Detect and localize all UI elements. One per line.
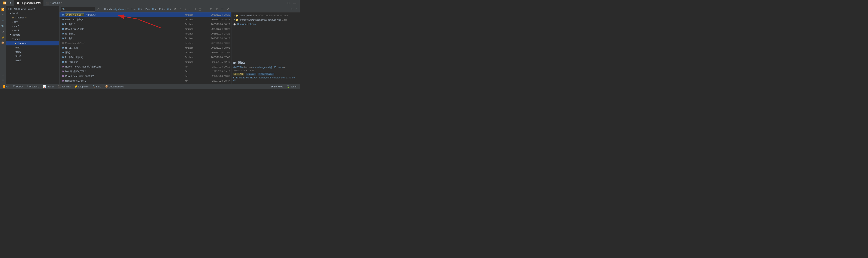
branch-tree-panel: ▼ HEAD (Current Branch) ▼ Local ★ ⑂ mast…	[6, 6, 60, 84]
remote-dev-branch[interactable]: ⑂ dev	[6, 46, 59, 50]
branch-dev-local[interactable]: ⑂ dev	[6, 20, 59, 24]
search-strip-icon[interactable]: 🔍	[0, 24, 6, 29]
commit-row[interactable]: fix: 测试2 fanzhen 2023/12/24, 18:23	[60, 22, 231, 27]
profiler-label: Profiler	[47, 85, 54, 88]
problems-bottom-btn[interactable]: ⚠ Problems	[25, 84, 41, 89]
java-file-icon: ☕	[233, 23, 236, 26]
paths-filter[interactable]: Paths: All ▾	[158, 7, 172, 11]
commit-row[interactable]: feat: 新增测试代码2 fan 2023/7/28, 19:10	[60, 69, 231, 74]
close-icon[interactable]: ×	[61, 2, 63, 4]
remote-section-label[interactable]: ▼ Remote	[6, 33, 59, 37]
commit-row[interactable]: fix: 临时代码提交 fanzhen 2023/12/24, 17:42	[60, 55, 231, 60]
expand-right-icon[interactable]: ⤢	[294, 7, 299, 11]
git-icon[interactable]: 🔀	[0, 7, 6, 12]
commit-row[interactable]: Merge branch 'dev' fanzhen 2023/12/24, 1…	[60, 41, 231, 46]
dependencies-bottom-btn[interactable]: 📦 Dependencies	[103, 84, 125, 89]
folder-icon: 📁	[236, 14, 239, 17]
user-filter[interactable]: User: All ▾	[131, 7, 144, 11]
build-icon: 🔨	[92, 85, 95, 88]
graph-dot	[62, 80, 64, 82]
branch-filter[interactable]: Branch: origin/master ▾	[103, 7, 129, 11]
commit-row[interactable]: fix: 测试1 fanzhen 2023/12/24, 18:21	[60, 31, 231, 36]
zoom-in-icon[interactable]: ⊞	[209, 7, 213, 11]
git-icon-bottom: 🔀	[3, 85, 6, 88]
settings-filter-icon[interactable]: ⚙	[96, 7, 101, 11]
commit-author: fanzhen	[185, 37, 202, 40]
commit-message: fix: 代码变更	[65, 60, 185, 64]
stash-icon[interactable]: 📦	[0, 40, 6, 46]
branch-test2-local[interactable]: ⑂ test2	[6, 24, 59, 28]
commit-row[interactable]: feat: 新增测试代码1 fan 2023/7/28, 18:47	[60, 79, 231, 83]
collapse-icon[interactable]: ⬆	[0, 72, 6, 77]
commit-row[interactable]: revert: "fix: 测试2" fanzhen 2023/12/24, 1…	[60, 17, 231, 22]
branch-icon-sm: ⑂	[14, 47, 16, 49]
graph-col	[61, 70, 65, 72]
settings-icon[interactable]: ⚙	[286, 1, 291, 5]
file-tree-service-dir[interactable]: ▼ 📁 src/test/java/cn/tedu/straw/portal/s…	[231, 18, 300, 22]
diff-icon[interactable]: ◫	[198, 7, 202, 11]
profiler-bottom-btn[interactable]: 📊 Profiler	[41, 84, 56, 89]
tab-console[interactable]: ⬛ Console ×	[44, 0, 65, 6]
filter-icon[interactable]: ▼	[215, 7, 219, 11]
expand-toolbar-icon[interactable]: ⤢	[226, 7, 230, 11]
local-section-label[interactable]: ▼ Local	[6, 11, 59, 16]
tab-log[interactable]: 📋 Log: origin/master	[14, 0, 43, 6]
tab-git[interactable]: 🔀 Git:	[1, 0, 14, 6]
commit-row[interactable]: fix: 代码变更 fanzhen 2023/11/5, 12:40	[60, 60, 231, 64]
tab-console-label: Console	[51, 1, 60, 4]
commit-row[interactable]: Revert "Revert "feat: 现有代码提交"" fan 2023/…	[60, 64, 231, 69]
push-icon[interactable]: ↑	[184, 7, 187, 11]
remote-master-branch[interactable]: ★ ⑂ master	[6, 41, 59, 46]
more-icon[interactable]: ☰	[220, 7, 225, 11]
fetch-icon[interactable]: ⇅	[179, 7, 183, 11]
file-tree-java-file[interactable]: ☕ QuestionTest.java	[231, 22, 300, 26]
git-bottom-btn[interactable]: 🔀 Git	[1, 84, 11, 89]
branch-icon-sm: ⑂	[12, 25, 13, 27]
todo-bottom-btn[interactable]: ☑ TODO	[11, 84, 24, 89]
commit-list: 🏷 origin & master fix: 测试3 fanzhen 2023/…	[60, 12, 231, 84]
graph-icon[interactable]: ⎔	[193, 7, 197, 11]
build-bottom-btn[interactable]: 🔨 Build	[91, 84, 103, 89]
commit-row[interactable]: Revert "feat: 现有代码提交" fan 2023/7/28, 19:…	[60, 74, 231, 79]
commit-author: fan	[185, 70, 202, 73]
commit-detail-title: fix: 测试3	[233, 61, 298, 65]
search-input[interactable]	[66, 8, 94, 10]
tab-bar-actions: ⚙ —	[286, 1, 299, 5]
file-tree-root[interactable]: ▼ 📁 straw-portal 1 file ~/Documents/stra…	[231, 13, 300, 18]
remote-test5-branch[interactable]: ⑂ test5	[6, 58, 59, 63]
commit-row[interactable]: 测试 fanzhen 2023/12/24, 17:51	[60, 50, 231, 55]
chevron-down-icon: ▾	[141, 8, 143, 10]
pull-icon[interactable]: ↓	[188, 7, 191, 11]
remote-test3-branch[interactable]: ⑂ test3	[6, 54, 59, 58]
refresh-icon[interactable]: ↺	[173, 7, 177, 11]
dependencies-label: Dependencies	[109, 85, 124, 88]
commit-date: 2023/12/24, 17:51	[202, 51, 230, 54]
commit-row[interactable]: fix: 日志修改 fanzhen 2023/12/24, 18:01	[60, 46, 231, 50]
endpoints-bottom-btn[interactable]: ⚡ Endpoints	[73, 84, 90, 89]
commit-log-panel: 🔍 ⚙ Branch: origin/master ▾ User: All ▾ …	[60, 6, 231, 84]
chevron-down-icon: ▾	[155, 8, 156, 10]
expand-icon[interactable]: ⬇	[0, 78, 6, 83]
branch-icon-strip[interactable]: ⑂	[0, 12, 6, 18]
head-label[interactable]: ▼ HEAD (Current Branch)	[6, 7, 59, 11]
services-bottom-btn[interactable]: ▶ Services	[270, 84, 284, 89]
date-filter[interactable]: Date: All ▾	[145, 7, 157, 11]
git-label: Git	[6, 85, 9, 88]
commit-row[interactable]: 🏷 origin & master fix: 测试3 fanzhen 2023/…	[60, 12, 231, 17]
endpoints-label: Endpoints	[78, 85, 89, 88]
commit-row[interactable]: feat: 新增测试代码 fan 2023/7/28, 18:38	[60, 83, 231, 84]
collapse-right-icon[interactable]: ⤡	[289, 7, 293, 11]
minimize-icon[interactable]: —	[292, 1, 297, 5]
remote-test2-branch[interactable]: ⑂ test2	[6, 50, 59, 54]
log-icon[interactable]: ≡	[0, 18, 6, 23]
remote-origin-folder[interactable]: ▼ origin	[6, 37, 59, 41]
chevron-down-icon: ▾	[127, 8, 129, 10]
branch-master-local[interactable]: ★ ⑂ master ✦	[6, 16, 59, 20]
settings-strip-icon[interactable]: ⚙	[0, 29, 6, 34]
spring-bottom-btn[interactable]: 🍃 Spring	[285, 84, 299, 89]
terminal-bottom-btn[interactable]: ⬛ Terminal	[56, 84, 72, 89]
resolve-icon[interactable]: ⚡	[0, 35, 6, 40]
branch-test5-local[interactable]: ⑂ test5	[6, 28, 59, 33]
commit-row[interactable]: Revert "fix: 测试1" fanzhen 2023/12/24, 18…	[60, 27, 231, 31]
commit-row[interactable]: fix: 测试 fanzhen 2023/12/24, 18:20	[60, 36, 231, 41]
